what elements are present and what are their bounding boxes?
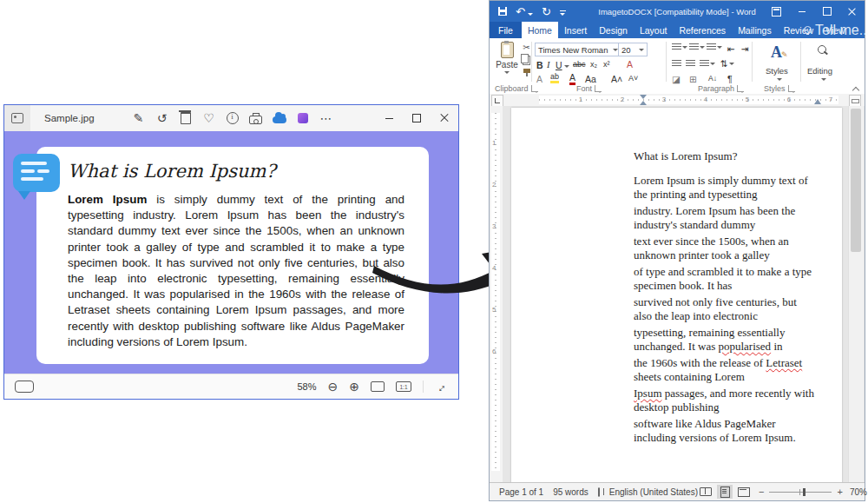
text-effects-button[interactable]: A — [536, 75, 542, 84]
underline-button[interactable]: U — [556, 61, 562, 70]
tab-file[interactable]: File — [490, 22, 522, 38]
doc-paragraph[interactable]: typesetting, remaining essentiallyunchan… — [634, 326, 812, 354]
filmstrip-toggle-button[interactable] — [15, 381, 34, 393]
tab-references[interactable]: References — [673, 22, 732, 38]
copy-button[interactable] — [523, 56, 530, 65]
align-left-button[interactable] — [672, 60, 681, 68]
align-center-button[interactable] — [686, 60, 695, 68]
close-button[interactable] — [431, 105, 458, 131]
delete-button[interactable] — [178, 109, 194, 128]
grow-font-button[interactable]: A˄ — [611, 75, 622, 84]
edit-button[interactable]: ✎ — [131, 109, 147, 128]
zoom-percentage[interactable]: 70% — [850, 487, 867, 497]
undo-dropdown-icon[interactable] — [528, 13, 533, 16]
fit-to-window-button[interactable] — [371, 381, 385, 392]
proofing-errors-icon[interactable] — [598, 487, 600, 497]
doc-paragraph[interactable]: Lorem Ipsum is simply dummy text ofthe p… — [634, 174, 812, 202]
fullscreen-button[interactable]: ↔ — [432, 378, 450, 395]
zoom-track[interactable] — [769, 492, 832, 493]
maximize-button[interactable] — [814, 1, 839, 22]
page-indicator[interactable]: Page 1 of 1 — [499, 487, 543, 497]
underline-dropdown-icon[interactable] — [564, 65, 569, 68]
info-button[interactable] — [225, 109, 240, 128]
zoom-out-button[interactable]: ⊖ — [328, 381, 339, 393]
tab-mailings[interactable]: Mailings — [732, 22, 778, 38]
editing-dropdown-icon[interactable] — [821, 78, 826, 81]
bullets-button[interactable] — [672, 43, 687, 51]
right-indent-marker[interactable] — [814, 99, 821, 104]
doc-paragraph[interactable]: industry. Lorem Ipsum has been theindust… — [634, 204, 812, 232]
customize-qat-button[interactable] — [560, 10, 566, 16]
styles-dropdown-icon[interactable] — [777, 78, 782, 81]
tab-selector[interactable] — [491, 95, 503, 107]
word-count[interactable]: 95 words — [553, 487, 589, 497]
paste-button[interactable]: Paste — [495, 42, 519, 87]
zoom-slider[interactable]: − + — [759, 486, 843, 497]
tab-design[interactable]: Design — [593, 22, 634, 38]
more-button[interactable]: ⋯ — [319, 109, 334, 128]
cut-button[interactable]: ✂ — [523, 43, 529, 52]
ruler-toggle-button[interactable] — [849, 95, 861, 107]
font-color-button[interactable]: A — [569, 73, 575, 85]
multilevel-list-button[interactable] — [707, 43, 722, 51]
minimize-button[interactable] — [789, 1, 814, 22]
save-button[interactable] — [498, 7, 507, 16]
zoom-in-button[interactable]: + — [837, 486, 842, 497]
favorite-button[interactable]: ♡ — [201, 109, 217, 128]
horizontal-ruler[interactable]: 1234567 — [490, 94, 865, 107]
decrease-indent-button[interactable]: ⇤ — [727, 44, 735, 54]
minimize-button[interactable] — [375, 105, 403, 131]
edit-create-button[interactable] — [295, 109, 311, 128]
italic-button[interactable]: I — [547, 61, 550, 70]
doc-paragraph[interactable]: survived not only five centuries, butals… — [634, 295, 812, 323]
pilcrow-button[interactable]: ¶ — [727, 75, 733, 84]
styles-dialog-launcher[interactable] — [788, 85, 795, 92]
borders-button[interactable]: ⊞ — [689, 75, 697, 84]
bold-button[interactable]: B — [536, 61, 543, 70]
shrink-font-button[interactable]: A˅ — [628, 75, 638, 83]
print-button[interactable] — [248, 109, 264, 128]
scrollbar-thumb[interactable] — [851, 109, 861, 252]
undo-button[interactable]: ↶ — [516, 6, 525, 17]
increase-indent-button[interactable]: ⇥ — [741, 44, 749, 54]
vertical-scrollbar[interactable] — [848, 106, 864, 485]
subscript-button[interactable]: x₂ — [590, 61, 597, 69]
superscript-button[interactable]: x² — [603, 61, 610, 69]
doc-paragraph[interactable]: the 1960s with the release of Letrasetsh… — [634, 356, 812, 384]
zoom-out-button[interactable]: − — [759, 486, 764, 497]
clear-formatting-button[interactable]: A — [627, 60, 633, 69]
web-layout-button[interactable] — [736, 485, 752, 499]
shading-button[interactable]: ◪ — [672, 75, 681, 84]
maximize-button[interactable] — [403, 105, 431, 131]
rotate-button[interactable]: ↺ — [155, 109, 170, 128]
indent-marker[interactable] — [639, 95, 647, 105]
see-all-photos-button[interactable] — [4, 105, 30, 131]
tab-layout[interactable]: Layout — [634, 22, 674, 38]
font-size-select[interactable]: 20 — [618, 43, 648, 56]
highlight-color-button[interactable]: ab — [550, 73, 559, 83]
doc-paragraph[interactable]: Ipsum passages, and more recently withde… — [634, 387, 812, 414]
sort-button[interactable]: A↓ — [708, 75, 717, 83]
change-case-button[interactable]: Aa — [585, 75, 596, 84]
font-dialog-launcher[interactable] — [595, 85, 602, 92]
document-page[interactable]: What is Lorem Ipsum?Lorem Ipsum is simpl… — [511, 108, 842, 485]
tab-insert[interactable]: Insert — [558, 22, 593, 38]
doc-paragraph[interactable]: of type and scrambled it to make a types… — [634, 265, 812, 293]
language-indicator[interactable]: English (United States) — [609, 487, 698, 497]
onedrive-button[interactable] — [272, 109, 287, 128]
numbering-button[interactable] — [689, 43, 705, 51]
styles-button[interactable]: Styles — [766, 66, 788, 76]
close-button[interactable] — [839, 1, 865, 22]
zoom-in-button[interactable]: ⊕ — [349, 381, 359, 393]
strikethrough-button[interactable]: abc — [573, 61, 586, 69]
editing-button[interactable]: Editing — [807, 66, 832, 76]
tab-home[interactable]: Home — [522, 22, 558, 38]
document-text[interactable]: What is Lorem Ipsum?Lorem Ipsum is simpl… — [634, 149, 812, 447]
read-mode-button[interactable] — [698, 485, 713, 499]
clipboard-dialog-launcher[interactable] — [531, 85, 538, 92]
tell-me-button[interactable]: Tell me... — [798, 22, 868, 38]
doc-paragraph[interactable]: text ever since the 1500s, when anunknow… — [634, 235, 812, 262]
redo-button[interactable]: ↻ — [542, 6, 551, 17]
align-right-button[interactable] — [700, 60, 715, 68]
doc-paragraph[interactable]: software like Aldus PageMakerincluding v… — [634, 417, 812, 445]
